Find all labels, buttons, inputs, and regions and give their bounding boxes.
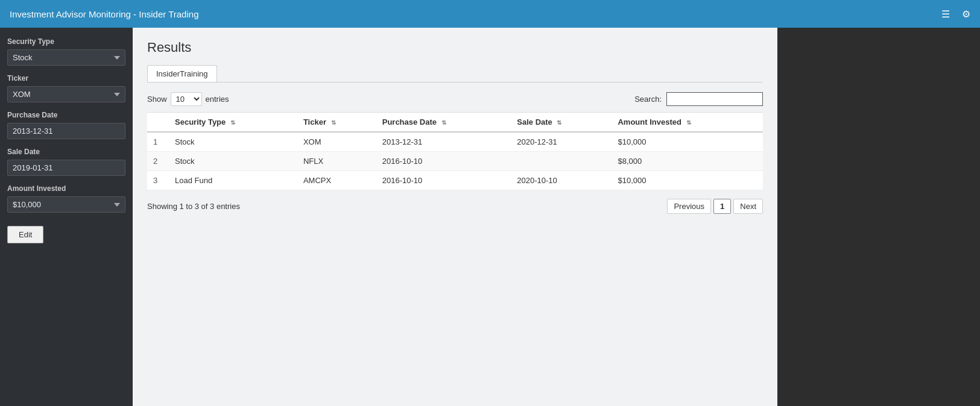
sort-icon-purchase-date: ⇅: [441, 119, 446, 126]
sale-date-section: Sale Date 2019-01-31: [7, 148, 125, 176]
cell-amount-invested: $8,000: [612, 152, 763, 171]
table-row: 2 Stock NFLX 2016-10-10 $8,000: [147, 152, 763, 171]
ticker-select[interactable]: XOM NFLX AMCPX: [7, 86, 125, 102]
col-security-type[interactable]: Security Type ⇅: [169, 113, 297, 133]
cell-sale-date: 2020-10-10: [511, 171, 612, 190]
cell-ticker: XOM: [297, 132, 376, 152]
sort-icon-ticker: ⇅: [331, 119, 336, 126]
page-controls: Previous 1 Next: [667, 199, 763, 214]
main-layout: Security Type Stock Load Fund Bond Ticke…: [0, 28, 980, 406]
col-index: [147, 113, 169, 133]
ticker-section: Ticker XOM NFLX AMCPX: [7, 74, 125, 102]
menu-icon[interactable]: ☰: [941, 8, 950, 20]
cell-security-type: Stock: [169, 152, 297, 171]
tab-bar: InsiderTraining: [147, 65, 763, 83]
cell-amount-invested: $10,000: [612, 132, 763, 152]
content-area: Results InsiderTraining Show 10 25 50 10…: [133, 28, 777, 406]
insider-training-tab[interactable]: InsiderTraining: [147, 65, 217, 82]
cell-purchase-date: 2016-10-10: [376, 171, 511, 190]
col-sale-date[interactable]: Sale Date ⇅: [511, 113, 612, 133]
data-table: Security Type ⇅ Ticker ⇅ Purchase Date ⇅…: [147, 112, 763, 190]
purchase-date-section: Purchase Date 2013-12-31: [7, 111, 125, 139]
cell-security-type: Stock: [169, 132, 297, 152]
sale-date-label: Sale Date: [7, 148, 125, 156]
security-type-label: Security Type: [7, 37, 125, 46]
search-box: Search:: [634, 92, 763, 106]
sort-icon-security-type: ⇅: [230, 119, 235, 126]
cell-security-type: Load Fund: [169, 171, 297, 190]
topbar: Investment Advisor Monitoring - Insider …: [0, 0, 980, 28]
amount-invested-select[interactable]: $10,000 $8,000 $5,000: [7, 196, 125, 213]
pagination: Showing 1 to 3 of 3 entries Previous 1 N…: [147, 199, 763, 214]
cell-purchase-date: 2013-12-31: [376, 132, 511, 152]
sort-icon-amount-invested: ⇅: [686, 119, 691, 126]
next-button[interactable]: Next: [733, 199, 763, 214]
cell-ticker: AMCPX: [297, 171, 376, 190]
amount-invested-section: Amount Invested $10,000 $8,000 $5,000: [7, 184, 125, 213]
purchase-date-label: Purchase Date: [7, 111, 125, 119]
table-row: 3 Load Fund AMCPX 2016-10-10 2020-10-10 …: [147, 171, 763, 190]
sidebar: Security Type Stock Load Fund Bond Ticke…: [0, 28, 133, 406]
amount-invested-label: Amount Invested: [7, 184, 125, 193]
topbar-icons: ☰ ⚙: [941, 8, 970, 20]
search-input[interactable]: [666, 92, 763, 106]
security-type-select[interactable]: Stock Load Fund Bond: [7, 49, 125, 66]
col-amount-invested[interactable]: Amount Invested ⇅: [612, 113, 763, 133]
previous-button[interactable]: Previous: [667, 199, 711, 214]
cell-index: 3: [147, 171, 169, 190]
right-panel: [777, 28, 980, 406]
table-row: 1 Stock XOM 2013-12-31 2020-12-31 $10,00…: [147, 132, 763, 152]
show-label: Show: [147, 95, 167, 104]
cell-index: 1: [147, 132, 169, 152]
edit-section: Edit: [7, 221, 125, 243]
table-header-row: Security Type ⇅ Ticker ⇅ Purchase Date ⇅…: [147, 113, 763, 133]
cell-index: 2: [147, 152, 169, 171]
settings-icon[interactable]: ⚙: [962, 8, 970, 20]
page-1-button[interactable]: 1: [713, 199, 731, 214]
col-ticker[interactable]: Ticker ⇅: [297, 113, 376, 133]
show-entries: Show 10 25 50 100 entries: [147, 92, 229, 106]
cell-sale-date: 2020-12-31: [511, 132, 612, 152]
entries-label: entries: [206, 95, 229, 104]
table-body: 1 Stock XOM 2013-12-31 2020-12-31 $10,00…: [147, 132, 763, 190]
cell-sale-date: [511, 152, 612, 171]
show-select[interactable]: 10 25 50 100: [171, 92, 202, 106]
sort-icon-sale-date: ⇅: [557, 119, 561, 126]
sale-date-input[interactable]: 2019-01-31: [7, 160, 125, 176]
edit-button[interactable]: Edit: [7, 226, 43, 243]
showing-text: Showing 1 to 3 of 3 entries: [147, 202, 240, 211]
results-title: Results: [147, 40, 763, 55]
app-title: Investment Advisor Monitoring - Insider …: [10, 9, 198, 19]
ticker-label: Ticker: [7, 74, 125, 83]
col-purchase-date[interactable]: Purchase Date ⇅: [376, 113, 511, 133]
purchase-date-input[interactable]: 2013-12-31: [7, 123, 125, 139]
security-type-section: Security Type Stock Load Fund Bond: [7, 37, 125, 66]
table-controls: Show 10 25 50 100 entries Search:: [147, 92, 763, 106]
cell-ticker: NFLX: [297, 152, 376, 171]
cell-purchase-date: 2016-10-10: [376, 152, 511, 171]
cell-amount-invested: $10,000: [612, 171, 763, 190]
search-label: Search:: [634, 95, 662, 104]
